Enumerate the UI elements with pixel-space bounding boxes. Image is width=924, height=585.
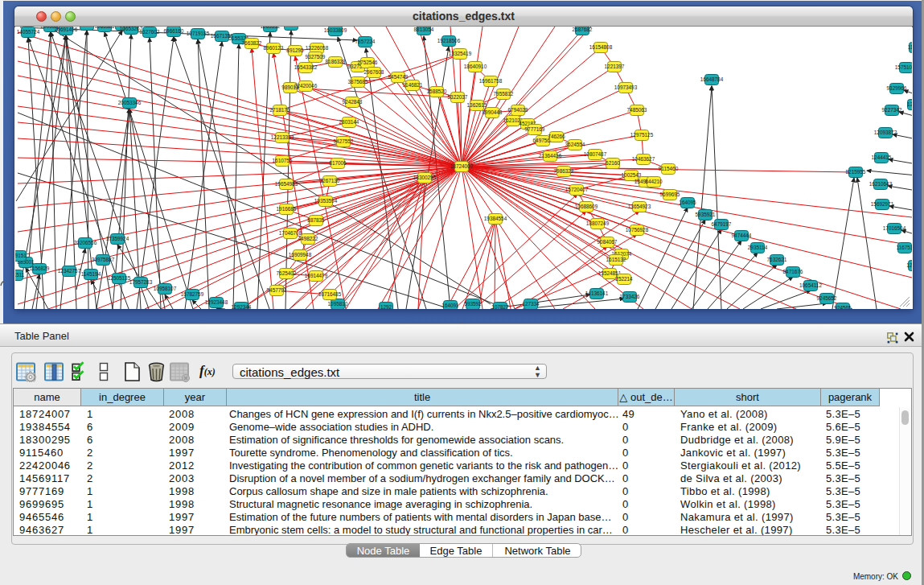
svg-text:12774: 12774 [907,101,912,107]
svg-text:164091: 164091 [441,303,459,308]
svg-text:2935114: 2935114 [748,245,768,250]
svg-text:16648784: 16648784 [700,76,724,82]
svg-text:1095810: 1095810 [328,301,348,307]
svg-text:13226058: 13226058 [306,45,329,51]
svg-text:164095: 164095 [679,200,696,205]
svg-text:8454749: 8454749 [388,74,409,80]
svg-text:13325419: 13325419 [449,51,472,56]
svg-text:39151: 39151 [15,253,27,258]
svg-text:3267130: 3267130 [320,178,340,183]
svg-text:7955812: 7955812 [494,91,514,97]
svg-text:9457791: 9457791 [267,287,287,293]
svg-text:12342757: 12342757 [58,268,81,274]
svg-text:19353594: 19353594 [314,198,338,204]
svg-text:9474444: 9474444 [732,233,752,238]
svg-text:19654983: 19654983 [275,181,298,187]
svg-text:10756928: 10756928 [626,227,649,233]
svg-text:16909948: 16909948 [289,252,312,257]
svg-text:9084067: 9084067 [598,239,618,245]
svg-text:15692971: 15692971 [871,201,894,207]
svg-text:18724007: 18724007 [450,163,474,169]
svg-text:9146821: 9146821 [403,82,423,88]
svg-text:9327509: 9327509 [306,54,326,60]
svg-text:9227342: 9227342 [882,107,902,113]
svg-text:1292: 1292 [380,304,392,309]
svg-text:1002543: 1002543 [622,172,642,178]
svg-text:1327602: 1327602 [140,29,160,35]
svg-text:15720407: 15720407 [565,187,589,192]
svg-text:62160: 62160 [606,160,620,166]
svg-text:16033809: 16033809 [324,27,347,33]
svg-text:8813054: 8813054 [414,27,434,32]
svg-text:7632621: 7632621 [767,257,787,262]
svg-text:1588520: 1588520 [427,89,447,94]
svg-text:10958107: 10958107 [154,286,177,291]
svg-text:2687682: 2687682 [573,27,593,32]
svg-text:116753: 116753 [897,245,912,250]
svg-text:9777169: 9777169 [525,126,545,132]
svg-text:1610755: 1610755 [273,158,293,163]
svg-text:4498222: 4498222 [298,236,318,241]
svg-text:17957283: 17957283 [129,279,153,285]
svg-text:10463627: 10463627 [632,156,655,162]
svg-text:12213383: 12213383 [271,134,294,140]
svg-text:593592: 593592 [464,301,482,307]
svg-text:1362615: 1362615 [467,102,487,108]
svg-text:924565: 924565 [834,305,852,309]
svg-text:1733426: 1733426 [620,294,640,299]
svg-text:1221397: 1221397 [605,64,625,69]
svg-text:891295: 891295 [286,47,304,53]
svg-text:887835: 887835 [307,217,325,223]
svg-text:111275: 111275 [908,44,912,50]
svg-text:3624554: 3624554 [565,142,585,147]
svg-text:9115460: 9115460 [659,166,679,171]
svg-text:12093872: 12093872 [874,130,897,135]
svg-text:8960123: 8960123 [264,45,284,51]
svg-text:9329966: 9329966 [887,85,907,91]
svg-text:1615132: 1615132 [606,257,626,262]
svg-text:16543382: 16543382 [294,64,318,70]
svg-text:7986322: 7986322 [554,168,574,174]
svg-text:20206556: 20206556 [74,240,97,245]
svg-text:14136141: 14136141 [585,290,609,296]
svg-text:9427552: 9427552 [334,138,354,144]
svg-text:17046708: 17046708 [279,230,302,236]
svg-text:20691406: 20691406 [55,27,78,32]
svg-text:18300295: 18300295 [413,175,437,180]
svg-text:22420046: 22420046 [294,83,318,89]
svg-text:252214: 252214 [615,276,633,282]
svg-text:8186328: 8186328 [326,59,346,64]
svg-text:13654923: 13654923 [628,204,651,209]
svg-text:9245652: 9245652 [817,295,837,301]
svg-text:8990448: 8990448 [483,109,503,115]
svg-text:391511: 391511 [15,272,25,278]
svg-text:1065532: 1065532 [261,27,281,29]
svg-text:16782759: 16782759 [181,291,204,297]
svg-text:7625402: 7625402 [277,270,297,276]
svg-text:12923448: 12923448 [205,299,228,305]
svg-text:1916685: 1916685 [277,206,297,212]
svg-text:15751074: 15751074 [895,64,912,70]
svg-text:9699695: 9699695 [660,192,680,197]
svg-text:2752546: 2752546 [358,60,378,65]
svg-text:12505135: 12505135 [108,275,131,281]
svg-text:9242848: 9242848 [343,99,363,105]
svg-text:16210643: 16210643 [869,181,893,187]
svg-text:5322037: 5322037 [448,94,468,100]
svg-text:10654112: 10654112 [799,282,822,288]
svg-text:6479197: 6479197 [712,221,732,227]
svg-text:12975125: 12975125 [630,132,654,138]
svg-text:14055724: 14055724 [17,29,40,35]
svg-text:20053346: 20053346 [118,100,142,105]
svg-text:746266: 746266 [548,134,565,139]
svg-text:3875685: 3875685 [348,79,368,84]
svg-text:18807249: 18807249 [586,220,610,226]
svg-text:8471676: 8471676 [783,269,803,274]
svg-text:19218506: 19218506 [437,38,461,43]
svg-text:120455: 120455 [906,262,912,268]
svg-text:1292344: 1292344 [232,304,252,309]
svg-text:127334: 127334 [522,301,540,307]
svg-text:6966160: 6966160 [164,28,184,34]
svg-text:10973493: 10973493 [614,84,638,90]
svg-text:16914479: 16914479 [305,273,328,278]
